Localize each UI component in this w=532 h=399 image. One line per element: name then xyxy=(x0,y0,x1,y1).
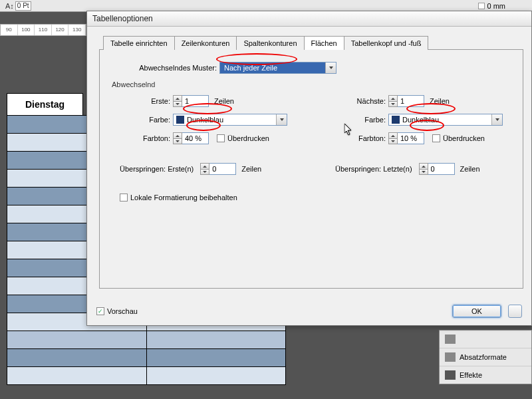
pattern-label: Abwechselndes Muster: xyxy=(120,64,219,72)
table-column-header: Dienstag xyxy=(7,93,83,116)
chevron-down-icon xyxy=(491,114,502,125)
left-tint-spinner[interactable] xyxy=(173,132,209,144)
tab-spaltenkonturen[interactable]: Spaltenkonturen xyxy=(236,36,304,50)
tab-panel-flaechen: Abwechselndes Muster: Nach jeder Zeile A… xyxy=(99,49,523,289)
first-unit: Zeilen xyxy=(214,97,234,105)
panel-zellenformate[interactable] xyxy=(440,331,531,348)
tab-zeilenkonturen[interactable]: Zeilenkonturen xyxy=(174,36,237,50)
dialog-tabs: Tabelle einrichten Zeilenkonturen Spalte… xyxy=(103,36,523,50)
next-input[interactable] xyxy=(398,95,424,107)
panel-effekte[interactable]: Effekte xyxy=(440,366,531,384)
first-label: Erste: xyxy=(120,97,173,105)
side-panels: Absatzformate Effekte xyxy=(439,330,532,384)
table-options-dialog: Tabellenoptionen Tabelle einrichten Zeil… xyxy=(86,11,532,326)
next-button[interactable] xyxy=(508,305,522,318)
first-spinner[interactable] xyxy=(173,95,209,107)
tab-flaechen[interactable]: Flächen xyxy=(304,36,344,50)
group-label: Abwechselnd xyxy=(112,80,511,88)
right-color-combo[interactable]: Dunkelblau xyxy=(388,114,503,126)
preview-checkbox[interactable]: Vorschau xyxy=(96,307,138,315)
left-overprint-checkbox[interactable]: Überdrucken xyxy=(217,134,269,142)
keep-local-checkbox[interactable]: Lokale Formatierung beibehalten xyxy=(120,194,237,201)
skip-last-input[interactable] xyxy=(428,163,455,175)
dialog-title: Tabellenoptionen xyxy=(87,11,531,27)
next-spinner[interactable] xyxy=(388,95,424,107)
skip-first-spinner[interactable] xyxy=(200,163,236,175)
skip-first-label: Überspringen: Erste(n) xyxy=(120,165,196,173)
left-tint-label: Farbton: xyxy=(120,134,173,142)
first-input[interactable] xyxy=(182,95,209,107)
checkbox-icon xyxy=(120,194,128,201)
right-color-label: Farbe: xyxy=(335,116,388,124)
tab-tabellenkopf-fuss[interactable]: Tabellenkopf und -fuß xyxy=(344,36,429,50)
skip-first-input[interactable] xyxy=(209,163,236,175)
right-overprint-checkbox[interactable]: Überdrucken xyxy=(432,134,485,142)
checkbox-icon xyxy=(96,307,104,315)
skip-last-label: Überspringen: Letzte(n) xyxy=(335,165,415,173)
right-tint-spinner[interactable] xyxy=(388,132,424,144)
chevron-down-icon xyxy=(276,114,287,125)
next-label: Nächste: xyxy=(335,97,388,105)
chevron-down-icon xyxy=(325,63,336,73)
color-swatch-icon xyxy=(392,116,400,124)
fx-icon xyxy=(445,370,456,380)
next-unit: Zeilen xyxy=(430,97,450,105)
tab-tabelle-einrichten[interactable]: Tabelle einrichten xyxy=(103,36,175,50)
left-tint-input[interactable] xyxy=(182,132,209,144)
skip-last-spinner[interactable] xyxy=(419,163,455,175)
left-color-label: Farbe: xyxy=(120,116,173,124)
right-tint-label: Farbton: xyxy=(335,134,388,142)
pattern-combo[interactable]: Nach jeder Zeile xyxy=(219,62,336,74)
checkbox-icon xyxy=(432,134,440,142)
pt-field[interactable]: 0 Pt xyxy=(15,1,31,11)
parastyles-icon xyxy=(445,352,456,362)
cellstyles-icon xyxy=(445,334,456,344)
color-swatch-icon xyxy=(176,116,184,124)
horizontal-ruler: 90100110120130 xyxy=(0,24,86,36)
ok-button[interactable]: OK xyxy=(452,305,501,318)
right-tint-input[interactable] xyxy=(398,132,424,144)
checkbox-icon xyxy=(217,134,225,142)
left-color-combo[interactable]: Dunkelblau xyxy=(173,114,287,126)
panel-absatzformate[interactable]: Absatzformate xyxy=(440,348,531,366)
